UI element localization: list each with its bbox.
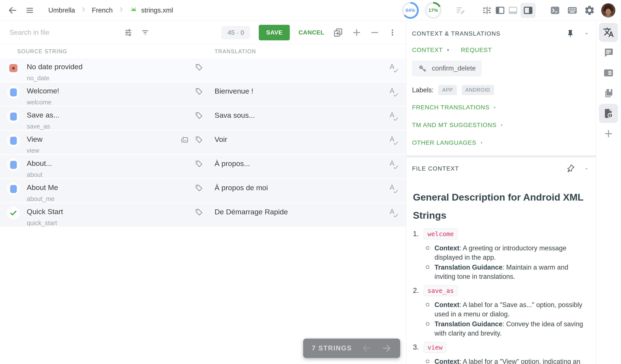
bottom-panel-view-icon[interactable]	[508, 5, 518, 16]
string-key-chip[interactable]: confirm_delete	[412, 60, 482, 76]
user-avatar[interactable]	[601, 3, 615, 17]
table-row[interactable]: About... about À propos... A	[0, 155, 406, 178]
request-tab[interactable]: REQUEST	[461, 47, 492, 53]
section-tm-mt-suggestions[interactable]: TM AND MT SUGGESTIONS	[406, 116, 596, 134]
screenshot-icon[interactable]	[180, 136, 189, 144]
term-code-chip: save_as	[424, 285, 458, 296]
tag-icon[interactable]	[195, 111, 203, 120]
glossary-tab-icon[interactable]	[599, 84, 618, 103]
source-column-header: SOURCE STRING	[0, 48, 215, 54]
breadcrumb-language[interactable]: French	[92, 6, 113, 14]
spellcheck-icon[interactable]: A	[382, 87, 406, 106]
file-context-tab-icon[interactable]	[599, 104, 618, 123]
translation-progress-ring[interactable]: 64%	[402, 2, 419, 19]
translation-text: À propos de moi	[215, 183, 382, 203]
table-row[interactable]: No date provided no_date A	[0, 58, 406, 82]
spellcheck-icon[interactable]: A	[382, 159, 406, 178]
terminal-icon[interactable]	[550, 5, 561, 16]
label-chip[interactable]: ANDROID	[462, 85, 494, 95]
table-row[interactable]: Quick Start quick_start De Démarrage Rap…	[0, 203, 406, 227]
more-options-icon[interactable]	[388, 28, 397, 37]
table-header: SOURCE STRING TRANSLATION	[0, 44, 406, 58]
panel-divider	[406, 156, 596, 157]
table-row[interactable]: View view Voir A	[0, 131, 406, 154]
next-page-icon[interactable]	[382, 343, 392, 353]
side-by-side-view-icon[interactable]	[482, 5, 492, 16]
source-string-text: About...	[27, 159, 182, 168]
minus-icon[interactable]	[370, 28, 380, 37]
copy-source-icon[interactable]	[333, 27, 343, 38]
source-string-text: No date provided	[27, 63, 182, 71]
chevron-right-icon	[446, 48, 450, 52]
approval-progress-ring[interactable]: 17%	[425, 2, 442, 19]
left-panel-view-icon[interactable]	[495, 5, 505, 16]
translation-text: Bienvenue !	[215, 87, 382, 106]
tag-icon[interactable]	[195, 136, 203, 144]
filter-list-icon[interactable]	[140, 28, 150, 37]
cancel-button[interactable]: CANCEL	[298, 29, 324, 36]
comments-tab-icon[interactable]	[599, 43, 618, 62]
menu-icon[interactable]	[25, 6, 34, 15]
doc-term-item: welcome Context: A greeting or introduct…	[413, 230, 586, 281]
context-tab[interactable]: CONTEXT	[412, 47, 450, 53]
string-status-icon	[7, 62, 20, 74]
tag-icon[interactable]	[195, 160, 203, 168]
pin-icon[interactable]	[566, 29, 575, 38]
string-key: about_me	[27, 195, 182, 203]
tag-icon[interactable]	[195, 87, 203, 96]
labels-title: Labels:	[412, 86, 434, 94]
tag-icon[interactable]	[195, 184, 203, 192]
right-panel-view-icon[interactable]	[520, 3, 536, 18]
source-string-text: Quick Start	[27, 208, 182, 216]
tag-icon[interactable]	[195, 208, 203, 216]
plus-icon[interactable]	[352, 28, 361, 37]
tag-icon[interactable]	[195, 63, 203, 71]
translation-text: À propos...	[215, 159, 382, 178]
right-rail	[596, 21, 621, 364]
previous-page-icon[interactable]	[362, 343, 372, 353]
doc-context-bullet: Context: A label for a "Save as..." opti…	[425, 300, 586, 319]
spellcheck-icon[interactable]: A	[382, 208, 406, 227]
strings-list: No date provided no_date A	[0, 58, 406, 364]
section-other-languages[interactable]: OTHER LANGUAGES	[406, 134, 596, 152]
string-status-icon	[7, 158, 20, 171]
keyboard-icon[interactable]	[567, 5, 578, 16]
spellcheck-icon[interactable]: A	[382, 63, 406, 82]
strings-count-label: 7 STRINGS	[312, 344, 352, 352]
spellcheck-icon[interactable]: A	[382, 111, 406, 130]
settings-gear-icon[interactable]	[584, 5, 595, 16]
back-icon[interactable]	[8, 6, 17, 15]
doc-term-item: save_as Context: A label for a "Save as.…	[413, 286, 586, 338]
add-panel-icon[interactable]	[599, 124, 618, 143]
unpin-icon[interactable]	[566, 165, 575, 173]
string-status-icon	[7, 110, 20, 123]
breadcrumb-project[interactable]: Umbrella	[48, 6, 75, 14]
label-chip[interactable]: APP	[438, 85, 457, 95]
context-card-tab-icon[interactable]	[599, 63, 618, 82]
doc-context-bullet: Context: A greeting or introductory mess…	[425, 243, 586, 262]
translation-text	[215, 63, 382, 82]
collapse-caret-icon[interactable]	[584, 166, 589, 172]
top-bar: Umbrella French strings.xml 64% 17%	[0, 0, 621, 21]
breadcrumb-file[interactable]: strings.xml	[141, 6, 173, 14]
doc-term-list: welcome Context: A greeting or introduct…	[413, 230, 586, 364]
spellcheck-icon[interactable]: A	[382, 183, 406, 203]
collapse-caret-icon[interactable]	[584, 31, 589, 36]
table-row[interactable]: About Me about_me À propos de moi A	[0, 179, 406, 203]
section-french-translations[interactable]: FRENCH TRANSLATIONS	[406, 99, 596, 116]
table-row[interactable]: Save as... save_as Sava sous... A	[0, 106, 406, 130]
breadcrumb: Umbrella French strings.xml	[48, 5, 173, 15]
save-button[interactable]: SAVE	[259, 25, 290, 40]
key-icon	[418, 64, 427, 73]
doc-context-bullet: Context: A label for a "View" option, in…	[425, 357, 586, 364]
search-input[interactable]	[9, 29, 104, 36]
table-row[interactable]: Welcome! welcome Bienvenue ! A	[0, 82, 406, 106]
spellcheck-icon[interactable]: A	[382, 135, 406, 154]
translations-tab-icon[interactable]	[599, 23, 618, 42]
chevron-right-icon	[480, 141, 484, 145]
file-context-title: FILE CONTEXT	[412, 165, 459, 172]
filters-tune-icon[interactable]	[124, 28, 133, 37]
string-key: view	[27, 147, 182, 154]
approved-check-icon	[9, 209, 18, 217]
chevron-right-icon	[493, 105, 497, 109]
